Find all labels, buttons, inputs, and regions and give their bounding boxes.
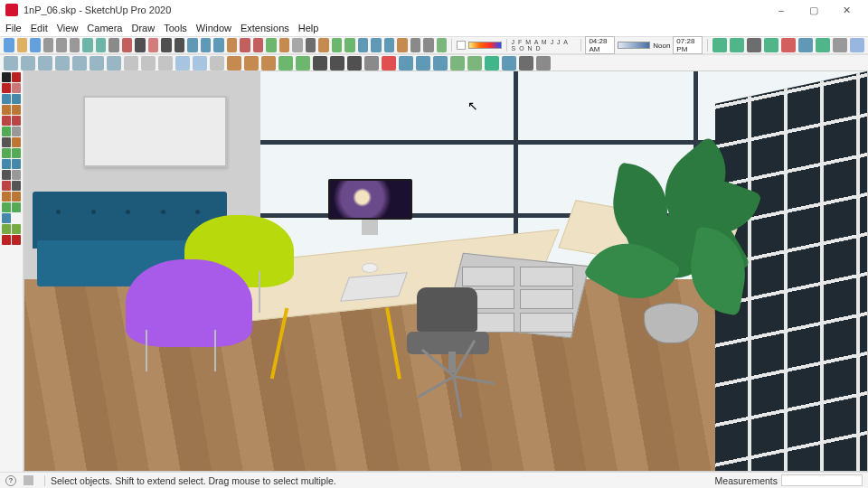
menu-draw[interactable]: Draw bbox=[131, 23, 155, 33]
style7-icon[interactable] bbox=[816, 38, 830, 52]
tape-icon[interactable] bbox=[292, 38, 303, 52]
left-icon[interactable] bbox=[90, 56, 104, 70]
outliner-icon[interactable] bbox=[410, 38, 421, 52]
color-swatch-icon[interactable] bbox=[457, 41, 467, 50]
rect-icon[interactable] bbox=[2, 94, 11, 104]
ext4-icon[interactable] bbox=[416, 56, 430, 70]
rotate-icon[interactable] bbox=[253, 38, 264, 52]
mono-icon[interactable] bbox=[210, 56, 224, 70]
warehouse-icon[interactable] bbox=[2, 235, 11, 245]
sandbox2-icon[interactable] bbox=[12, 224, 21, 234]
shaded-icon[interactable] bbox=[175, 56, 190, 70]
move-icon[interactable] bbox=[2, 116, 11, 126]
style6-icon[interactable] bbox=[798, 38, 813, 52]
new-icon[interactable] bbox=[4, 38, 14, 52]
minimize-button[interactable]: – bbox=[765, 0, 797, 20]
undo-icon[interactable] bbox=[82, 38, 93, 52]
ext6-icon[interactable] bbox=[450, 56, 465, 70]
menu-file[interactable]: File bbox=[5, 23, 22, 33]
ext1-icon[interactable] bbox=[364, 56, 379, 70]
ext3-icon[interactable] bbox=[399, 56, 413, 70]
section-icon[interactable] bbox=[2, 192, 11, 202]
look-icon[interactable] bbox=[12, 202, 21, 212]
circle-icon[interactable] bbox=[12, 94, 21, 104]
zoom-ext-icon[interactable] bbox=[12, 159, 21, 169]
hidden-icon[interactable] bbox=[158, 56, 173, 70]
paint-icon[interactable] bbox=[12, 137, 21, 147]
measurements-input[interactable] bbox=[781, 474, 863, 486]
iso-icon[interactable] bbox=[4, 56, 18, 70]
line-icon[interactable] bbox=[12, 72, 21, 82]
zoom-extents-icon[interactable] bbox=[371, 38, 382, 52]
scale-icon[interactable] bbox=[266, 38, 277, 52]
maximize-button[interactable]: ▢ bbox=[797, 0, 830, 20]
eraser-icon[interactable] bbox=[12, 83, 21, 93]
wire-icon[interactable] bbox=[141, 56, 156, 70]
shadow-gradient-icon[interactable] bbox=[468, 42, 502, 49]
top-icon[interactable] bbox=[21, 56, 35, 70]
copy-icon[interactable] bbox=[56, 38, 67, 52]
text-icon[interactable] bbox=[2, 137, 11, 147]
menu-view[interactable]: View bbox=[57, 23, 79, 33]
sec2-icon[interactable] bbox=[244, 56, 259, 70]
sandbox1-icon[interactable] bbox=[2, 224, 11, 234]
look-icon[interactable] bbox=[296, 56, 310, 70]
1-icon[interactable] bbox=[313, 56, 327, 70]
pan-icon[interactable] bbox=[344, 38, 355, 52]
redo-icon[interactable] bbox=[96, 38, 107, 52]
component-icon[interactable] bbox=[437, 38, 448, 52]
menu-tools[interactable]: Tools bbox=[164, 23, 187, 33]
paste-icon[interactable] bbox=[70, 38, 80, 52]
cut-icon[interactable] bbox=[43, 38, 54, 52]
offset-icon[interactable] bbox=[279, 38, 290, 52]
style2-icon[interactable] bbox=[730, 38, 744, 52]
tape-icon[interactable] bbox=[12, 127, 21, 136]
gear-icon[interactable] bbox=[536, 56, 551, 70]
hint-icon[interactable]: ? bbox=[5, 475, 16, 486]
3dtext-icon[interactable] bbox=[12, 181, 21, 191]
zoom-sel-icon[interactable] bbox=[502, 56, 516, 70]
select-icon[interactable] bbox=[2, 72, 11, 82]
select-icon[interactable] bbox=[135, 38, 146, 52]
zoom-icon[interactable] bbox=[2, 159, 11, 169]
dims-icon[interactable] bbox=[2, 170, 11, 180]
arc-icon[interactable] bbox=[2, 83, 11, 93]
layers-icon[interactable] bbox=[423, 38, 434, 52]
zoom-icon[interactable] bbox=[358, 38, 369, 52]
close-button[interactable]: ✕ bbox=[830, 0, 863, 20]
pos-icon[interactable] bbox=[2, 213, 11, 223]
style5-icon[interactable] bbox=[781, 38, 796, 52]
time-end[interactable]: 07:28 PM bbox=[673, 36, 703, 54]
eraser-icon[interactable] bbox=[148, 38, 159, 52]
months-slider[interactable]: J F M A M J J A S O N D bbox=[512, 39, 576, 52]
back-icon[interactable] bbox=[72, 56, 87, 70]
arc-icon[interactable] bbox=[175, 38, 185, 52]
menu-extensions[interactable]: Extensions bbox=[241, 23, 289, 33]
ext-icon[interactable] bbox=[12, 235, 21, 245]
sec1-icon[interactable] bbox=[227, 56, 241, 70]
3-icon[interactable] bbox=[347, 56, 362, 70]
circle-icon[interactable] bbox=[201, 38, 212, 52]
bottom-icon[interactable] bbox=[107, 56, 121, 70]
axes-icon[interactable] bbox=[2, 181, 11, 191]
time-start[interactable]: 04:28 AM bbox=[585, 36, 614, 54]
pan-icon[interactable] bbox=[12, 148, 21, 158]
open-icon[interactable] bbox=[17, 38, 28, 52]
save-icon[interactable] bbox=[30, 38, 41, 52]
pushpull-icon[interactable] bbox=[2, 105, 11, 115]
style4-icon[interactable] bbox=[764, 38, 778, 52]
orbit-icon[interactable] bbox=[332, 38, 343, 52]
front-icon[interactable] bbox=[38, 56, 52, 70]
play-icon[interactable] bbox=[485, 56, 499, 70]
orbit-icon[interactable] bbox=[2, 148, 11, 158]
rotate-icon[interactable] bbox=[12, 116, 21, 126]
menu-camera[interactable]: Camera bbox=[87, 23, 122, 33]
style8-icon[interactable] bbox=[833, 38, 847, 52]
style9-icon[interactable] bbox=[850, 38, 864, 52]
move-icon[interactable] bbox=[240, 38, 250, 52]
paint-icon[interactable] bbox=[318, 38, 329, 52]
menu-window[interactable]: Window bbox=[196, 23, 231, 33]
rect-icon[interactable] bbox=[187, 38, 198, 52]
tex-icon[interactable] bbox=[193, 56, 207, 70]
ext2-icon[interactable] bbox=[382, 56, 396, 70]
